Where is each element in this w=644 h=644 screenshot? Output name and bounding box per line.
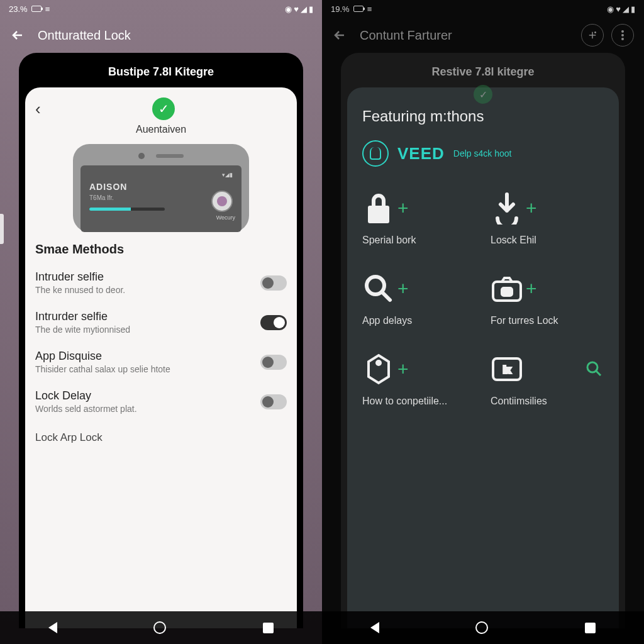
toggle[interactable] [260,275,287,291]
nav-bar [0,611,322,644]
add-button[interactable] [581,24,604,47]
more-button[interactable] [611,24,634,47]
check-icon: ✓ [474,85,492,104]
back-button[interactable] [10,28,25,43]
toggle[interactable] [260,394,287,409]
tile-label: For turres Lock [491,315,604,326]
status-time: 19.% [331,4,350,14]
scroll-indicator [0,214,4,244]
feature-title: Featuring m:thons [362,108,604,125]
brand-icon [362,140,389,167]
tile-label: Sperial bork [362,235,475,246]
avatar [211,191,233,212]
battery-icon [353,6,364,12]
plus-icon: + [526,197,537,219]
status-icons: ◉♥◢▮ [285,4,313,14]
setting-lock-delay[interactable]: Lock Delay Worlds seld astormet plat. [35,382,287,421]
status-extra-icon: ≡ [45,4,50,14]
setting-title: Intrurder selfie [35,310,130,323]
svg-text:ix: ix [503,365,511,375]
setting-desc: The de wite mytionnised [35,325,130,335]
download-icon [491,191,523,226]
phone-frame: Bustipe 7.8l Kitegre ‹ ✓ Auentaiven ▾◢▮ … [19,53,303,628]
setting-app-disguise[interactable]: App Disquise Thisider cathal salax up se… [35,342,287,382]
svg-point-3 [621,38,624,40]
tag-icon [362,352,395,387]
nav-recent-button[interactable] [263,623,274,633]
page-title: Contunt Farturer [360,28,569,43]
section-title: Smae Methods [35,242,287,257]
tile-label: How to conpetiile... [362,396,475,407]
card-subtitle: Auentaiven [35,124,287,135]
plus-icon: + [526,278,537,299]
status-bar: 23.% ≡ ◉♥◢▮ [0,0,322,18]
nav-bar [322,611,644,644]
setting-desc: The ke nnused to deor. [35,285,125,295]
nav-back-button[interactable] [370,622,379,633]
toggle[interactable] [260,315,287,330]
svg-point-0 [595,32,596,33]
phone-frame: Restive 7.8l kitegre ✓ Featuring m:thons… [341,53,625,628]
brand-subtitle: Delp s4ck hoot [453,148,512,158]
setting-lock-app-lock[interactable]: Lock Arp Lock [35,421,287,444]
nav-recent-button[interactable] [585,623,596,633]
svg-point-7 [377,361,380,365]
tile-sperial-bork[interactable]: + Sperial bork [362,188,475,246]
card-icon: ix [491,352,523,387]
frame-title: Bustipe 7.8l Kitegre [25,60,297,87]
mock-username: ADISON [89,182,233,192]
plus-icon: + [397,197,409,219]
tile-app-delays[interactable]: + App delays [362,269,475,326]
toggle[interactable] [260,355,287,370]
tile-label: Contiimsilies [491,396,604,407]
setting-intruder-selfie-2[interactable]: Intrurder selfie The de wite mytionnised [35,303,287,342]
nav-back-button[interactable] [48,622,57,633]
lock-icon [362,191,395,226]
brand-name: VEED [397,144,445,164]
tile-how-to[interactable]: + How to conpetiile... [362,349,475,407]
search-icon [362,271,395,306]
setting-desc: Worlds seld astormet plat. [35,404,137,414]
status-extra-icon: ≡ [367,4,372,14]
setting-desc: Thisider cathal salax up selie htote [35,364,170,374]
page-title: Ontturatted Lock [38,28,312,43]
tile-label: Losck Ehil [491,235,604,246]
status-bar: 19.% ≡ ◉♥◢▮ [322,0,644,18]
battery-icon [31,6,42,12]
tile-contiimsilies[interactable]: ix Contiimsilies [491,349,604,407]
setting-title: Lock Delay [35,389,137,402]
setting-title: Intruder selfie [35,270,125,284]
status-time: 23.% [9,4,28,14]
card-back-button[interactable]: ‹ [35,99,41,119]
camera-icon [491,271,523,306]
tile-label: App delays [362,315,475,326]
back-button[interactable] [332,28,347,43]
frame-title: Restive 7.8l kitegre [347,60,619,87]
plus-icon: + [397,358,409,380]
setting-intruder-selfie[interactable]: Intruder selfie The ke nnused to deor. [35,263,287,303]
setting-title: App Disquise [35,350,170,363]
tile-losck-ehil[interactable]: + Losck Ehil [491,188,604,246]
svg-point-10 [587,362,597,372]
plus-icon: + [397,278,409,299]
status-icons: ◉♥◢▮ [607,4,635,14]
check-icon: ✓ [152,97,175,120]
avatar-label: Wecury [216,214,235,221]
tile-for-turres-lock[interactable]: + For turres Lock [491,269,604,326]
nav-home-button[interactable] [475,621,488,634]
nav-home-button[interactable] [153,621,166,634]
search-small-icon [585,360,604,379]
svg-point-1 [621,30,624,33]
svg-point-2 [621,34,624,36]
phone-mockup: ▾◢▮ ADISON T6Ma lfr. Wecury [73,144,249,232]
svg-rect-6 [502,288,512,296]
brand-row[interactable]: VEED Delp s4ck hoot [362,140,604,167]
